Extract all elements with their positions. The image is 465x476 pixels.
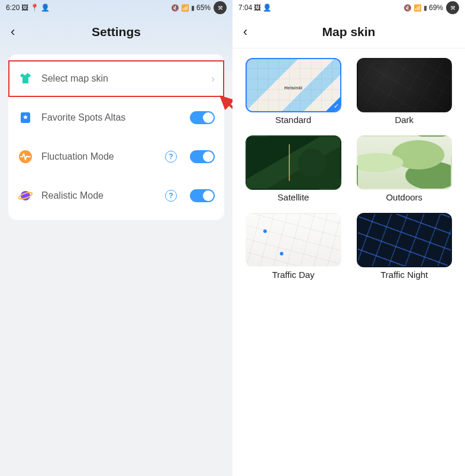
skin-dark[interactable]: Dark (357, 58, 453, 125)
mute-icon: 🔇 (171, 4, 179, 12)
skin-thumb (357, 213, 453, 267)
user-icon: 👤 (41, 4, 50, 12)
toggle-realistic[interactable] (190, 189, 215, 202)
translate-icon[interactable]: ⤧ (214, 1, 227, 14)
gallery-icon: 🖼 (254, 4, 261, 12)
skin-label: Dark (357, 115, 453, 125)
skin-traffic-night[interactable]: Traffic Night (357, 213, 453, 280)
skin-thumb (357, 135, 453, 190)
map-skin-screen: 7:04 🖼 👤 🔇 📶 ▮ 69% ⤧ ‹ Map skin Standard… (233, 0, 465, 476)
row-label: Fluctuation Mode (41, 151, 157, 162)
back-button[interactable]: ‹ (8, 22, 17, 42)
row-label: Select map skin (41, 73, 203, 84)
toggle-fluctuation[interactable] (190, 150, 215, 163)
row-fluctuation-mode[interactable]: Fluctuation Mode ? (8, 137, 224, 176)
shirt-icon (18, 71, 33, 86)
signal-icon: ▮ (191, 4, 195, 12)
page-title: Settings (0, 25, 233, 39)
help-icon[interactable]: ? (165, 190, 177, 202)
help-icon[interactable]: ? (165, 151, 177, 163)
pin-icon: 📍 (30, 4, 39, 12)
header: ‹ Map skin (233, 15, 465, 48)
mute-icon: 🔇 (403, 4, 412, 12)
signal-icon: ▮ (424, 4, 427, 12)
skin-grid: Standard Dark Satellite Outdoors Traffic… (233, 48, 465, 289)
skin-label: Traffic Day (246, 270, 341, 280)
status-battery: 65% (196, 4, 211, 12)
translate-icon[interactable]: ⤧ (446, 1, 459, 14)
status-time: 6:20 (6, 4, 20, 12)
skin-label: Satellite (246, 192, 341, 202)
chevron-right-icon: › (211, 73, 215, 85)
skin-outdoors[interactable]: Outdoors (357, 135, 453, 202)
status-bar: 7:04 🖼 👤 🔇 📶 ▮ 69% ⤧ (233, 0, 465, 15)
skin-label: Outdoors (357, 192, 453, 202)
settings-card: Select map skin › Favorite Spots Altas F… (8, 54, 224, 220)
status-battery: 69% (429, 4, 443, 12)
status-bar: 6:20 🖼 📍 👤 🔇 📶 ▮ 65% ⤧ (0, 0, 233, 15)
row-label: Realistic Mode (41, 190, 157, 201)
page-title: Map skin (233, 25, 465, 39)
toggle-favorite[interactable] (190, 111, 215, 124)
row-label: Favorite Spots Altas (41, 112, 182, 123)
skin-satellite[interactable]: Satellite (246, 135, 341, 202)
gallery-icon: 🖼 (21, 4, 28, 12)
skin-traffic-day[interactable]: Traffic Day (246, 213, 341, 280)
skin-thumb (246, 213, 341, 267)
skin-label: Standard (246, 115, 341, 125)
skin-standard[interactable]: Standard (246, 58, 341, 125)
settings-screen: 6:20 🖼 📍 👤 🔇 📶 ▮ 65% ⤧ ‹ Settings Select… (0, 0, 233, 476)
check-icon (326, 97, 340, 111)
header: ‹ Settings (0, 15, 233, 48)
row-favorite-spots[interactable]: Favorite Spots Altas (8, 98, 224, 137)
back-button[interactable]: ‹ (241, 22, 250, 42)
wifi-icon: 📶 (414, 4, 422, 12)
row-realistic-mode[interactable]: Realistic Mode ? (8, 176, 224, 215)
bookmark-icon (18, 110, 33, 125)
row-select-map-skin[interactable]: Select map skin › (8, 59, 224, 98)
status-time: 7:04 (238, 4, 252, 12)
pulse-icon (18, 149, 33, 164)
skin-thumb (246, 135, 341, 190)
wifi-icon: 📶 (181, 4, 189, 12)
planet-icon (18, 188, 33, 203)
skin-thumb (357, 58, 453, 112)
skin-label: Traffic Night (357, 270, 453, 280)
user-icon: 👤 (263, 4, 272, 12)
skin-thumb (246, 58, 341, 112)
